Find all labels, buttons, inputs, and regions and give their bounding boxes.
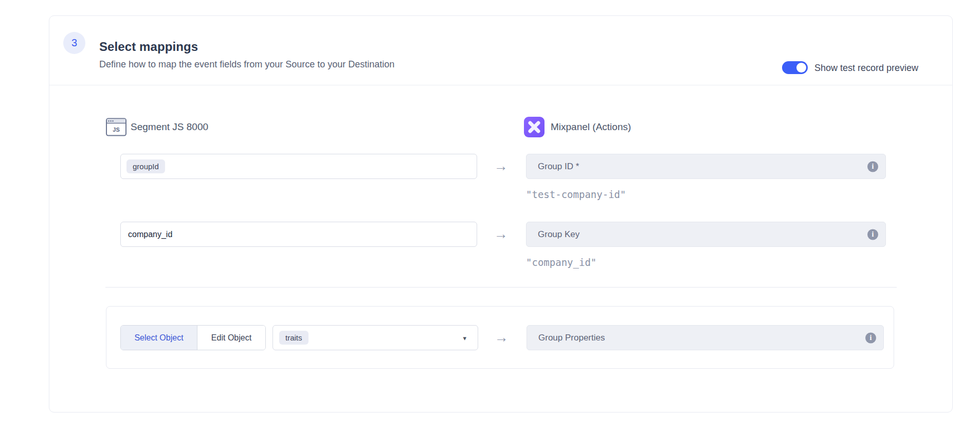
- page-subtitle: Define how to map the event fields from …: [99, 59, 394, 70]
- source-browser-js-icon: JS: [106, 118, 126, 138]
- test-record-preview-value: "company_id": [526, 257, 596, 268]
- source-field-input[interactable]: groupId: [120, 154, 477, 179]
- info-icon[interactable]: i: [867, 161, 878, 172]
- destination-field-label: Group Key: [538, 229, 579, 240]
- arrow-right-icon: →: [490, 325, 513, 350]
- edit-object-button[interactable]: Edit Object: [197, 326, 265, 350]
- section-divider: [105, 287, 897, 288]
- object-mode-button-group: Select Object Edit Object: [120, 325, 266, 350]
- destination-name: Mixpanel (Actions): [551, 121, 631, 133]
- object-source-chip[interactable]: traits: [279, 331, 308, 345]
- info-icon[interactable]: i: [867, 229, 878, 240]
- arrow-right-icon: →: [489, 222, 512, 247]
- destination-field-label: Group ID *: [538, 162, 579, 172]
- source-field-chip[interactable]: groupId: [126, 159, 165, 173]
- test-record-preview-value: "test-company-id": [526, 189, 626, 200]
- chevron-down-icon: ▾: [463, 334, 466, 342]
- arrow-right-icon: →: [489, 154, 512, 179]
- mixpanel-icon: [524, 117, 545, 137]
- toggle-label: Show test record preview: [814, 63, 918, 74]
- source-name: Segment JS 8000: [131, 121, 208, 133]
- page-title: Select mappings: [99, 40, 198, 54]
- source-field-input[interactable]: company_id: [120, 222, 477, 247]
- destination-field-label: Group Properties: [538, 333, 605, 343]
- info-icon[interactable]: i: [865, 332, 876, 343]
- source-field-text: company_id: [128, 230, 172, 239]
- select-mappings-card: 3 Select mappings Define how to map the …: [49, 15, 953, 413]
- destination-field: Group Key i: [526, 222, 886, 247]
- source-icon-js-text: JS: [113, 127, 119, 133]
- toggle-knob-icon: [796, 63, 806, 73]
- object-mapping-card: Select Object Edit Object traits ▾ → Gro…: [106, 306, 894, 369]
- select-object-button[interactable]: Select Object: [121, 326, 197, 350]
- header-divider: [49, 85, 952, 85]
- object-source-select[interactable]: traits ▾: [273, 325, 478, 350]
- destination-field: Group Properties i: [527, 325, 884, 350]
- show-test-record-toggle[interactable]: [782, 61, 808, 74]
- destination-field: Group ID * i: [526, 154, 886, 179]
- step-number-badge: 3: [63, 32, 85, 54]
